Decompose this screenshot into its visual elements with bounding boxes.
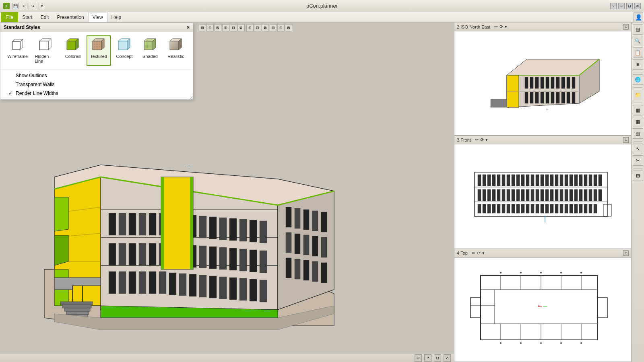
wireframe-icon xyxy=(10,38,25,53)
restore-btn[interactable]: ⊡ xyxy=(626,3,633,9)
render-line-widths-item[interactable]: ✓ Render Line Widths xyxy=(0,89,193,98)
rt-scissors-btn[interactable]: ✂ xyxy=(633,155,643,166)
style-hidden-line[interactable]: Hidden Line xyxy=(31,35,59,66)
svg-rect-78 xyxy=(239,249,247,271)
menu-view[interactable]: View xyxy=(88,12,107,22)
svg-rect-183 xyxy=(584,175,587,186)
rt-catalog-btn[interactable]: 📋 xyxy=(633,47,643,58)
save-icon[interactable]: 💾 xyxy=(12,3,19,9)
front-pencil-icon: ✏ xyxy=(475,137,479,142)
rt-layers-btn[interactable]: ▤ xyxy=(633,24,643,35)
svg-rect-91 xyxy=(209,217,217,239)
svg-point-270 xyxy=(580,342,582,344)
dropdown-resize[interactable] xyxy=(188,95,193,99)
rt-cursor-btn[interactable]: ↖ xyxy=(633,144,643,154)
svg-rect-193 xyxy=(507,189,510,201)
style-wireframe[interactable]: Wireframe xyxy=(5,35,30,66)
svg-rect-194 xyxy=(512,189,515,201)
svg-rect-176 xyxy=(550,175,553,186)
view-tool-9[interactable]: ⊠ xyxy=(262,24,269,31)
grid-status-btn[interactable]: ⊞ xyxy=(415,354,422,362)
svg-rect-0 xyxy=(12,41,20,49)
help-btn[interactable]: ? xyxy=(610,3,617,9)
view-tool-7[interactable]: ⊞ xyxy=(246,24,254,31)
menu-edit[interactable]: Edit xyxy=(37,12,53,22)
style-realistic[interactable]: Realistic xyxy=(164,35,188,66)
rt-stack3-btn[interactable]: ▧ xyxy=(633,128,643,139)
svg-marker-48 xyxy=(54,197,68,231)
menu-start[interactable]: Start xyxy=(18,12,36,22)
svg-rect-229 xyxy=(555,204,558,213)
rt-list-btn[interactable]: ≡ xyxy=(633,59,643,70)
svg-rect-74 xyxy=(199,246,206,268)
rt-grid2-btn[interactable]: ⊞ xyxy=(633,171,643,181)
transparent-walls-item[interactable]: Transparent Walls xyxy=(0,80,193,89)
rt-globe-btn[interactable]: 🌐 xyxy=(633,74,643,85)
status-bar: ⊞ ? ⊟ ⤢ xyxy=(0,353,454,362)
svg-rect-82 xyxy=(119,213,126,235)
redo-icon[interactable]: ↪ xyxy=(30,3,36,9)
minimize-btn[interactable]: ─ xyxy=(618,3,625,9)
view-tool-11[interactable]: ⊟ xyxy=(277,24,285,31)
colored-icon xyxy=(65,38,80,53)
svg-rect-234 xyxy=(579,204,582,213)
view-tool-10[interactable]: ⊞ xyxy=(270,24,277,31)
style-colored[interactable]: Colored xyxy=(61,35,85,66)
top-maximize-btn[interactable]: ⊡ xyxy=(623,250,629,256)
svg-rect-59 xyxy=(209,276,217,298)
view-tool-6[interactable]: ⊠ xyxy=(237,24,245,31)
svg-marker-21 xyxy=(118,41,127,50)
svg-rect-168 xyxy=(512,175,515,186)
view-tool-3[interactable]: ⊠ xyxy=(214,24,221,31)
styles-title: Standard Styles xyxy=(4,25,40,30)
style-textured[interactable]: Textured xyxy=(87,35,111,66)
rt-search-btn[interactable]: 🔍 xyxy=(633,36,643,46)
expand-status-btn[interactable]: ⤢ xyxy=(444,354,451,362)
rt-stack2-btn[interactable]: ▦ xyxy=(633,117,643,127)
view-tool-4[interactable]: ⊞ xyxy=(222,24,229,31)
view-tool-1[interactable]: ⊞ xyxy=(199,24,206,31)
svg-rect-209 xyxy=(584,189,587,201)
left-viewport[interactable]: Standard Styles ✕ xyxy=(0,23,454,362)
style-shaded[interactable]: Shaded xyxy=(138,35,162,66)
svg-rect-110 xyxy=(286,258,291,278)
front-chevron-icon: ▾ xyxy=(485,137,488,142)
svg-rect-62 xyxy=(239,278,247,300)
styles-menu-items: Show Outlines Transparent Walls ✓ Render… xyxy=(0,70,193,99)
menu-presentation[interactable]: Presentation xyxy=(53,12,88,22)
right-panel: 2.ISO North East ✏ ⟳ ▾ ⊡ xyxy=(454,23,631,362)
rt-folder-btn[interactable]: 📁 xyxy=(633,90,643,100)
svg-rect-233 xyxy=(574,204,578,213)
svg-rect-181 xyxy=(574,175,578,186)
front-maximize-btn[interactable]: ⊡ xyxy=(623,137,629,143)
view-tool-5[interactable]: ⊟ xyxy=(230,24,237,31)
svg-rect-138 xyxy=(541,77,544,88)
styles-dropdown-header: Standard Styles ✕ xyxy=(0,23,193,32)
menu-file[interactable]: File xyxy=(1,12,18,22)
help-status-btn[interactable]: ? xyxy=(424,354,431,362)
view-tool-12[interactable]: ⊠ xyxy=(285,24,292,31)
show-outlines-item[interactable]: Show Outlines xyxy=(0,71,193,80)
view-tool-8[interactable]: ⊟ xyxy=(254,24,261,31)
svg-rect-150 xyxy=(551,92,554,103)
iso-maximize-btn[interactable]: ⊡ xyxy=(623,24,629,30)
undo-icon[interactable]: ↩ xyxy=(21,3,27,9)
user-icon[interactable]: 👤 xyxy=(634,12,643,22)
more-icon[interactable]: ▾ xyxy=(39,3,45,9)
rt-stack1-btn[interactable]: ▦ xyxy=(633,105,643,115)
svg-rect-102 xyxy=(303,210,309,230)
close-btn[interactable]: ✕ xyxy=(634,3,641,9)
menu-help[interactable]: Help xyxy=(107,12,126,22)
layout-status-btn[interactable]: ⊟ xyxy=(434,354,441,362)
top-rotate-icon: ⟳ xyxy=(477,251,481,256)
svg-rect-98 xyxy=(161,177,164,269)
svg-rect-208 xyxy=(579,189,582,201)
svg-rect-223 xyxy=(526,204,529,213)
style-concept[interactable]: Concept xyxy=(112,35,136,66)
rt-separator-5 xyxy=(634,168,642,169)
view-tool-2[interactable]: ⊟ xyxy=(206,24,214,31)
svg-rect-192 xyxy=(502,189,505,201)
svg-rect-143 xyxy=(567,77,570,88)
styles-close[interactable]: ✕ xyxy=(186,25,190,30)
svg-rect-182 xyxy=(579,175,582,186)
